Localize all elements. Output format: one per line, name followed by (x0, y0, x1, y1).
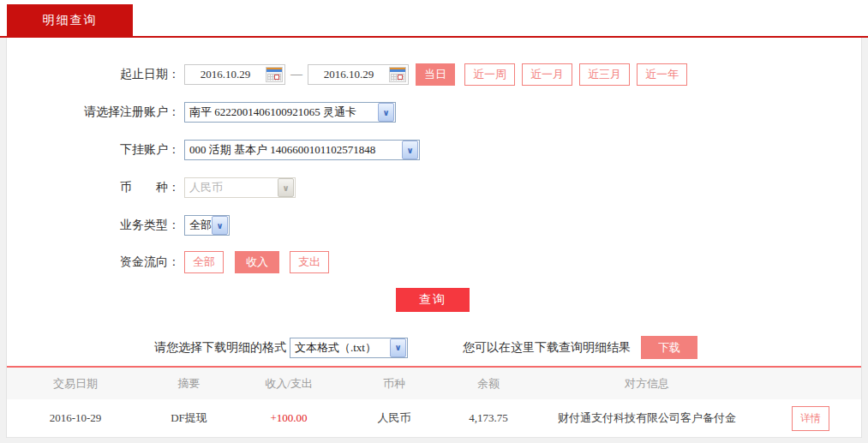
date-range-row: 起止日期： 2016.10.29 — 2016.10.29 当日 近一周 近一月… (7, 63, 861, 86)
chevron-down-icon[interactable]: ∨ (390, 338, 406, 357)
table-header: 交易日期 摘要 收入/支出 币种 余额 对方信息 (7, 368, 861, 399)
header-balance: 余额 (445, 376, 532, 392)
currency-label: 币 种： (7, 180, 180, 195)
chevron-down-icon[interactable]: ∨ (212, 216, 228, 235)
header-counterparty: 对方信息 (532, 376, 762, 392)
quick-range-quarter-button[interactable]: 近三月 (579, 63, 630, 86)
flow-income-button[interactable]: 收入 (235, 251, 279, 273)
flow-expense-button[interactable]: 支出 (290, 251, 329, 273)
flow-all-button[interactable]: 全部 (184, 251, 224, 273)
cell-counterparty: 财付通支付科技有限公司客户备付金 (532, 410, 762, 426)
chevron-down-icon[interactable]: ∨ (402, 141, 418, 159)
business-type-label: 业务类型： (7, 218, 180, 233)
detail-query-page: 明细查询 起止日期： 2016.10.29 — 2016.10.29 当日 近一… (0, 0, 868, 443)
fund-flow-label: 资金流向： (7, 254, 180, 270)
date-to-input[interactable]: 2016.10.29 (308, 64, 409, 85)
business-type-select[interactable]: 全部 ∨ (184, 215, 230, 236)
currency-row: 币 种： 人民币 ∨ (7, 177, 861, 199)
business-type-row: 业务类型： 全部 ∨ (7, 214, 861, 236)
header-summary: 摘要 (144, 376, 234, 392)
header-currency: 币种 (344, 376, 445, 392)
header-trade-date: 交易日期 (7, 376, 144, 392)
chevron-down-icon[interactable]: ∨ (378, 103, 394, 122)
cell-balance: 4,173.75 (445, 411, 532, 425)
sub-account-value: 000 活期 基本户 1406600101102571848 (185, 142, 402, 158)
cell-summary: DF提现 (144, 410, 234, 426)
sub-account-row: 下挂账户： 000 活期 基本户 1406600101102571848 ∨ (7, 139, 861, 161)
date-range-label: 起止日期： (7, 67, 180, 82)
calendar-icon[interactable] (389, 67, 406, 82)
quick-range-month-button[interactable]: 近一月 (522, 63, 572, 86)
registered-account-row: 请选择注册账户： 南平 6222001406100921065 灵通卡 ∨ (7, 101, 861, 123)
business-type-value: 全部 (185, 218, 212, 233)
query-form-panel: 起止日期： 2016.10.29 — 2016.10.29 当日 近一周 近一月… (6, 38, 862, 438)
registered-account-select[interactable]: 南平 6222001406100921065 灵通卡 ∨ (184, 102, 396, 123)
currency-value: 人民币 (185, 180, 278, 195)
date-from-input[interactable]: 2016.10.29 (184, 64, 285, 85)
download-hint: 您可以在这里下载查询明细结果 (463, 340, 631, 356)
quick-range-week-button[interactable]: 近一周 (464, 63, 515, 86)
sub-account-select[interactable]: 000 活期 基本户 1406600101102571848 ∨ (184, 140, 420, 160)
cell-action: 详情 (762, 406, 859, 431)
chevron-down-icon: ∨ (278, 178, 294, 197)
download-format-value: 文本格式（.txt） (290, 340, 390, 356)
fund-flow-row: 资金流向： 全部 收入 支出 (7, 251, 861, 273)
currency-select: 人民币 ∨ (184, 177, 296, 198)
download-row: 请您选择下载明细的格式 文本格式（.txt） ∨ 您可以在这里下载查询明细结果 … (7, 336, 861, 359)
calendar-icon[interactable] (266, 67, 283, 82)
cell-amount: +100.00 (234, 411, 344, 425)
date-from-value: 2016.10.29 (185, 68, 266, 81)
table-row: 2016-10-29 DF提现 +100.00 人民币 4,173.75 财付通… (7, 399, 861, 438)
date-separator: — (290, 68, 302, 81)
query-button[interactable]: 查询 (396, 288, 470, 312)
cell-trade-date: 2016-10-29 (7, 411, 144, 425)
download-format-select[interactable]: 文本格式（.txt） ∨ (290, 338, 408, 358)
sub-account-label: 下挂账户： (7, 142, 180, 158)
date-to-value: 2016.10.29 (308, 68, 389, 81)
header-income-expense: 收入/支出 (234, 376, 344, 392)
download-format-label: 请您选择下载明细的格式 (154, 340, 286, 356)
registered-account-value: 南平 6222001406100921065 灵通卡 (185, 105, 378, 120)
detail-button[interactable]: 详情 (792, 406, 829, 431)
registered-account-label: 请选择注册账户： (7, 105, 180, 120)
download-button[interactable]: 下载 (641, 336, 697, 359)
tab-details-query[interactable]: 明细查询 (7, 4, 133, 36)
quick-range-year-button[interactable]: 近一年 (637, 63, 687, 86)
cell-currency: 人民币 (344, 410, 445, 426)
tab-bar: 明细查询 (0, 0, 868, 38)
quick-range-today-button[interactable]: 当日 (416, 63, 455, 86)
